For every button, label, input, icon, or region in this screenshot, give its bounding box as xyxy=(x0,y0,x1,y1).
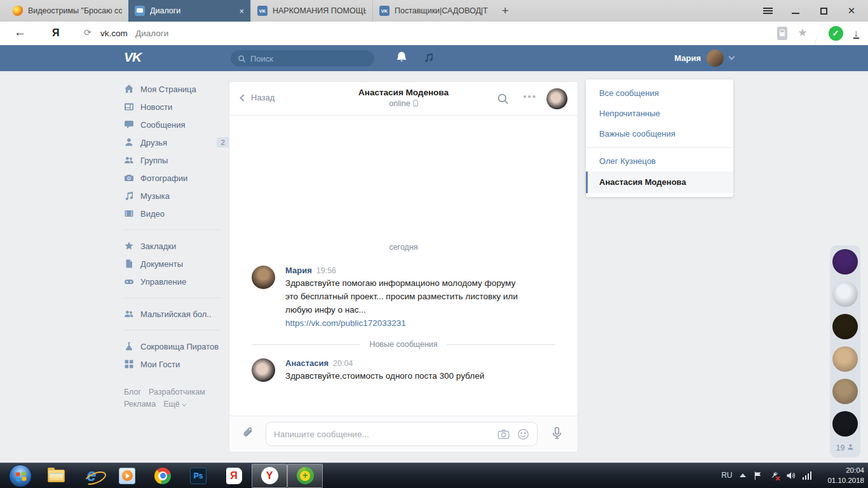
bell-icon[interactable] xyxy=(395,51,408,64)
microphone-icon[interactable] xyxy=(551,426,563,440)
action-center-flag-icon[interactable] xyxy=(753,471,763,480)
close-button[interactable]: ✕ xyxy=(837,0,865,22)
clock[interactable]: 20:04 01.10.2018 xyxy=(818,465,864,485)
sidebar-item-groups[interactable]: Группы xyxy=(124,151,229,169)
sidebar-item-friends[interactable]: Друзья2 xyxy=(124,133,229,151)
taskbar-app-chrome[interactable] xyxy=(145,464,180,488)
groups-icon xyxy=(124,155,134,165)
address-bar-title[interactable]: Диалоги xyxy=(135,29,168,38)
news-icon xyxy=(124,102,134,112)
chat-peer-avatar[interactable] xyxy=(546,88,567,109)
network-disconnected-icon[interactable]: ✕ xyxy=(770,471,779,480)
maximize-button[interactable] xyxy=(810,0,837,22)
photos-icon xyxy=(124,173,134,183)
sidebar-item-photos[interactable]: Фотографии xyxy=(124,169,229,187)
online-friend-avatar[interactable] xyxy=(832,314,858,339)
music-note-icon[interactable] xyxy=(423,52,434,63)
sidebar-item-label: Новости xyxy=(140,102,172,112)
sidebar-item-manage[interactable]: Управление xyxy=(124,273,229,290)
sidebar-item-messages[interactable]: Сообщения xyxy=(124,116,229,133)
online-friend-avatar[interactable] xyxy=(832,411,858,437)
footer-link[interactable]: Реклама xyxy=(124,400,156,409)
online-count[interactable]: 19 xyxy=(836,444,855,452)
address-bar-host[interactable]: vk.com xyxy=(100,29,128,38)
message-author[interactable]: Анастасия xyxy=(285,358,329,368)
speaker-icon[interactable] xyxy=(786,471,796,480)
online-friend-avatar[interactable] xyxy=(832,379,858,404)
tray-expand-icon[interactable] xyxy=(740,473,746,477)
taskbar-app-photoshop[interactable]: Ps xyxy=(180,464,216,488)
sidebar-item-apps[interactable]: Мои Гости xyxy=(124,355,229,373)
message-link[interactable]: https://vk.com/public172033231 xyxy=(285,317,526,330)
yandex-logo[interactable]: Я xyxy=(52,27,60,39)
taskbar-app-360-security[interactable]: + xyxy=(287,464,323,488)
sidebar-item-label: Музыка xyxy=(140,191,170,201)
browser-tab-active[interactable]: Диалоги× xyxy=(128,0,250,22)
sidebar-item-video[interactable]: Видео xyxy=(124,205,229,222)
language-indicator[interactable]: RU xyxy=(721,471,732,480)
taskbar-app-start[interactable] xyxy=(3,464,38,488)
protect-check-icon[interactable]: ✓ xyxy=(829,26,843,41)
taskbar-app-media-player[interactable] xyxy=(109,464,145,488)
dialog-item-selected[interactable]: Анастасия Моденова xyxy=(586,172,733,193)
online-friend-avatar[interactable] xyxy=(832,346,858,372)
browser-tab[interactable]: VKНАРКОМАНИЯ ПОМОЩЬ З xyxy=(250,0,372,22)
header-user-name: Мария xyxy=(674,53,701,63)
taskbar-app-yandex[interactable]: Я xyxy=(216,464,252,488)
message-author[interactable]: Мария xyxy=(285,266,312,275)
chat-actions-icon[interactable]: ••• xyxy=(523,91,537,102)
chat-search-icon[interactable] xyxy=(497,93,509,105)
header-user-menu[interactable]: Мария xyxy=(674,45,734,71)
dialog-item[interactable]: Олег Кузнецов xyxy=(586,151,733,172)
browser-tabbar: Видеостримы "Бросаю солДиалоги×VKНАРКОМА… xyxy=(0,0,868,22)
maria-avatar[interactable] xyxy=(252,266,275,289)
browser-tab[interactable]: VKПоставщики|САДОВОД|ТК Н xyxy=(372,0,494,22)
taskbar-app-internet-explorer[interactable]: e xyxy=(74,464,109,488)
taskbar-app-yandex-browser[interactable]: Y xyxy=(252,464,287,488)
vk-search-box[interactable] xyxy=(231,50,374,67)
bookmark-star-icon[interactable]: ★ xyxy=(797,26,807,39)
anastasia-avatar[interactable] xyxy=(252,358,275,382)
footer-link[interactable]: Блог xyxy=(124,388,141,396)
taskbar-app-explorer[interactable] xyxy=(38,464,74,488)
minimize-button[interactable] xyxy=(782,0,810,22)
tab-close-icon[interactable]: × xyxy=(239,6,244,16)
sidebar-item-community[interactable]: Мальтийская бол.. xyxy=(124,305,229,323)
smiley-icon[interactable] xyxy=(517,428,529,440)
browser-tab[interactable]: Видеостримы "Бросаю сол xyxy=(6,0,128,22)
message-input-wrap xyxy=(266,422,538,446)
footer-links-row: РекламаЕщё xyxy=(124,398,232,410)
messages-filter-panel: Все сообщенияНепрочитанныеВажные сообщен… xyxy=(586,79,733,197)
vk-logo[interactable]: VK xyxy=(124,50,141,65)
filter-item[interactable]: Непрочитанные xyxy=(586,104,733,124)
footer-link-more[interactable]: Ещё xyxy=(163,400,185,409)
date-divider: сегодня xyxy=(229,243,578,252)
sidebar-item-news[interactable]: Новости xyxy=(124,98,229,116)
browser-menu-icon[interactable] xyxy=(754,0,782,22)
new-tab-button[interactable]: + xyxy=(494,0,516,22)
footer-link[interactable]: Разработчикам xyxy=(149,388,205,396)
signal-bars-icon[interactable] xyxy=(803,471,812,480)
sidebar-item-bookmarks[interactable]: Закладки xyxy=(124,237,229,255)
lock-icon[interactable] xyxy=(777,27,787,40)
search-input[interactable] xyxy=(250,54,367,64)
back-icon[interactable]: ← xyxy=(14,25,26,39)
filter-item[interactable]: Важные сообщения xyxy=(586,124,733,144)
chrome-icon xyxy=(154,468,171,484)
online-friend-avatar[interactable] xyxy=(832,249,858,274)
message-text: Здравствуйте помогаю информационо молодо… xyxy=(285,277,526,317)
message-input[interactable] xyxy=(274,423,484,445)
downloads-icon[interactable]: ↓ xyxy=(853,29,860,39)
sidebar-item-music[interactable]: Музыка xyxy=(124,187,229,205)
message-row: Мария19:56Здравствуйте помогаю информаци… xyxy=(229,266,578,330)
reload-icon[interactable]: ⟳ xyxy=(84,27,92,37)
online-friend-avatar[interactable] xyxy=(832,281,858,307)
sidebar-item-documents[interactable]: Документы xyxy=(124,255,229,273)
sidebar-item-home[interactable]: Моя Страница xyxy=(124,80,229,98)
sidebar-item-label: Управление xyxy=(140,277,186,287)
apps-icon xyxy=(124,359,134,369)
sidebar-item-game[interactable]: Сокровища Пиратов xyxy=(124,337,229,355)
camera-icon[interactable] xyxy=(498,428,510,440)
filter-item[interactable]: Все сообщения xyxy=(586,83,733,104)
attach-paperclip-icon[interactable] xyxy=(242,427,255,440)
